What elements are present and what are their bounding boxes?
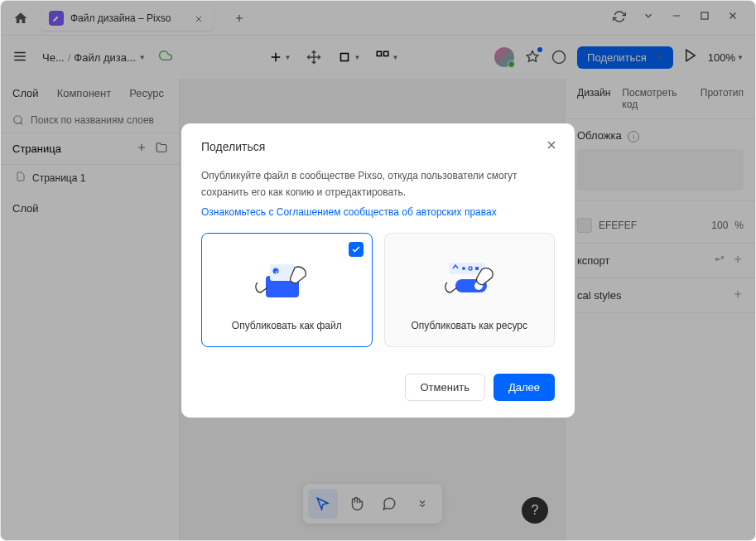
modal-title: Поделиться	[201, 140, 555, 153]
publish-as-file-option[interactable]: Опубликовать как файл	[201, 233, 373, 347]
resource-illustration	[395, 249, 545, 307]
modal-overlay: Поделиться Опубликуйте файл в сообществе…	[1, 1, 755, 540]
option-label: Опубликовать как ресурс	[395, 320, 545, 331]
modal-terms-link[interactable]: Ознакомьтесь с Соглашением сообщества об…	[201, 206, 497, 218]
cancel-button[interactable]: Отменить	[405, 374, 485, 401]
option-label: Опубликовать как файл	[212, 320, 362, 331]
modal-description: Опубликуйте файл в сообществе Pixso, отк…	[201, 168, 555, 200]
share-modal: Поделиться Опубликуйте файл в сообществе…	[181, 123, 575, 417]
file-illustration	[212, 249, 362, 307]
svg-rect-15	[475, 267, 479, 270]
checkmark-icon	[349, 242, 364, 257]
next-button[interactable]: Далее	[494, 374, 555, 401]
svg-point-13	[462, 267, 465, 270]
modal-close-icon[interactable]	[545, 138, 558, 155]
publish-as-resource-option[interactable]: Опубликовать как ресурс	[384, 233, 556, 347]
